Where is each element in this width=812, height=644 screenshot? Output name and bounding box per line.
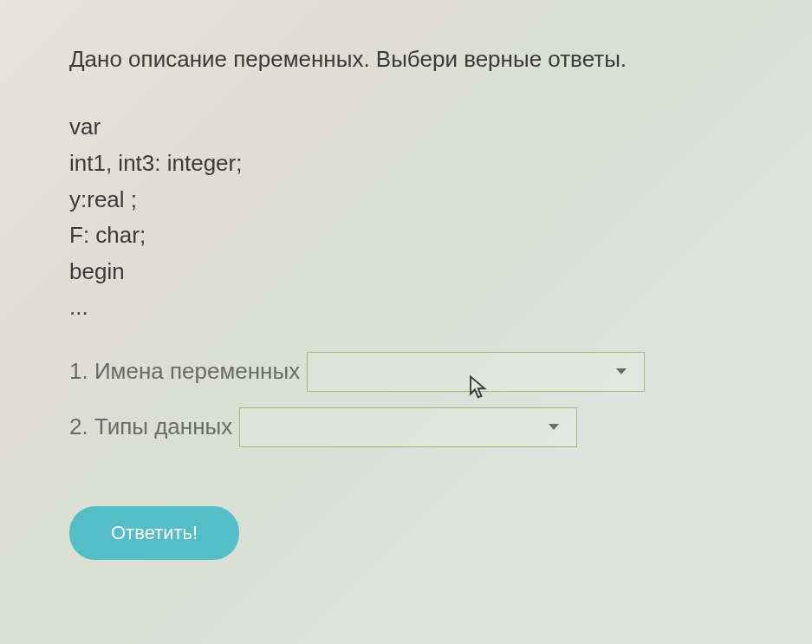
submit-button[interactable]: Ответить!: [69, 506, 239, 560]
dropdown-row-1: 1. Имена переменных: [69, 352, 743, 392]
dropdown-label-2: 2. Типы данных: [69, 413, 232, 440]
chevron-down-icon: [549, 424, 559, 430]
code-line: F: char;: [69, 218, 743, 254]
code-line: int1, int3: integer;: [69, 146, 743, 182]
code-block: var int1, int3: integer; y:real ; F: cha…: [69, 109, 743, 326]
code-line: y:real ;: [69, 182, 743, 218]
code-line: ...: [69, 289, 743, 326]
question-prompt: Дано описание переменных. Выбери верные …: [69, 43, 743, 75]
code-line: var: [69, 109, 743, 146]
dropdown-data-types[interactable]: [239, 407, 577, 447]
dropdown-label-1: 1. Имена переменных: [69, 358, 300, 385]
dropdown-row-2: 2. Типы данных: [69, 407, 743, 447]
code-line: begin: [69, 254, 743, 290]
dropdown-variable-names[interactable]: [307, 352, 645, 392]
chevron-down-icon: [616, 368, 627, 374]
